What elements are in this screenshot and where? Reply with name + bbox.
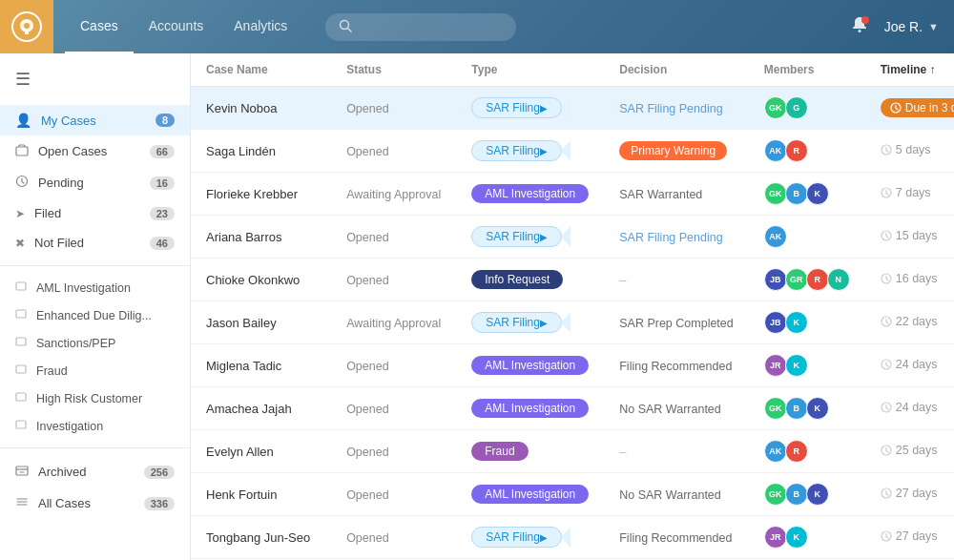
sidebar-category-fraud[interactable]: Fraud [0,357,190,384]
sidebar-category-edd[interactable]: Enhanced Due Dilig... [0,301,190,329]
cell-members: AKR [749,130,865,173]
avatar: K [785,311,808,334]
col-case-name[interactable]: Case Name [191,53,331,87]
cell-type: SAR Filing [456,87,604,130]
sidebar-item-not-filed[interactable]: ✖ Not Filed 46 [0,228,190,258]
cell-decision: SAR Prep Completed [604,301,749,344]
table-row[interactable]: Florieke KrebberAwaiting ApprovalAML Inv… [191,173,954,216]
table-row[interactable]: Kevin NoboaOpened SAR Filing SAR Filing … [191,87,954,130]
all-cases-icon [15,495,29,511]
cell-timeline: 27 days [865,516,954,559]
cell-type: SAR Filing [456,216,604,259]
nav-tab-analytics[interactable]: Analytics [218,0,302,53]
header: Cases Accounts Analytics Joe R. ▼ [0,0,954,53]
sidebar-item-archived[interactable]: Archived 256 [0,456,190,487]
logo[interactable] [0,0,53,53]
sidebar-item-all-cases[interactable]: All Cases 336 [0,487,190,519]
cell-members: GKBK [749,387,865,430]
table-row[interactable]: Miglena TadicOpenedAML InvestigationFili… [191,344,954,387]
avatar: B [785,397,808,420]
sidebar-divider-2 [0,447,190,448]
cell-decision: No SAR Warranted [604,387,749,430]
cell-decision: – [604,430,749,473]
sidebar-item-open-cases[interactable]: Open Cases 66 [0,135,190,167]
cell-timeline: 7 days [865,173,954,216]
cell-type: Info Request [456,259,604,301]
cell-timeline: 16 days [865,259,954,301]
col-members[interactable]: Members [749,53,865,87]
chevron-down-icon: ▼ [928,21,939,32]
avatar: GK [764,182,787,205]
sidebar-category-sanctions[interactable]: Sanctions/PEP [0,329,190,357]
cell-timeline: 15 days [865,216,954,259]
avatar: B [785,483,808,506]
table-row[interactable]: Chioke OkonkwoOpenedInfo Request–JBGRRN … [191,259,954,301]
avatar: K [785,526,808,549]
avatar: AK [764,440,787,463]
avatar: JR [764,354,787,377]
table-row[interactable]: Saga LindénOpened SAR Filing Primary War… [191,130,954,173]
table-row[interactable]: Henk FortuinOpenedAML InvestigationNo SA… [191,473,954,516]
col-type[interactable]: Type [456,53,604,87]
svg-rect-11 [16,421,26,428]
category-icon-edd [15,308,27,322]
avatar: B [785,182,808,205]
cell-timeline: Due in 3 days [865,87,954,130]
col-timeline[interactable]: Timeline ↑ [865,53,954,87]
search-area[interactable] [325,13,516,41]
sidebar-item-pending[interactable]: Pending 16 [0,167,190,198]
col-decision[interactable]: Decision [604,53,749,87]
sidebar-category-aml[interactable]: AML Investigation [0,274,190,301]
sidebar-category-high-risk[interactable]: High Risk Customer [0,384,190,412]
cell-decision: SAR Warranted [604,173,749,216]
sidebar-item-my-cases[interactable]: 👤 My Cases 8 [0,105,190,135]
avatar: K [785,354,808,377]
pending-count: 16 [150,176,175,190]
table-row[interactable]: Jason BaileyAwaiting Approval SAR Filing… [191,301,954,344]
cell-timeline: 24 days [865,344,954,387]
sidebar-divider-1 [0,265,190,266]
search-icon [339,19,352,35]
category-icon-sanctions [15,336,27,350]
logo-icon [11,11,42,42]
sidebar: ☰ 👤 My Cases 8 Open Cases 66 Pending 16 … [0,53,191,560]
bell-icon[interactable] [850,15,869,39]
table-row[interactable]: Amachea JajahOpenedAML InvestigationNo S… [191,387,954,430]
nav-tab-cases[interactable]: Cases [65,0,134,53]
sidebar-category-investigation[interactable]: Investigation [0,412,190,440]
cell-case-name: Florieke Krebber [191,173,331,216]
avatar: JB [764,311,787,334]
category-icon-investigation [15,419,27,433]
cell-case-name: Henk Fortuin [191,473,331,516]
header-right: Joe R. ▼ [850,15,939,39]
cell-type: SAR Filing [456,130,604,173]
col-status[interactable]: Status [331,53,456,87]
category-icon-aml [15,280,27,295]
cell-decision: SAR Filing Pending [604,87,749,130]
cell-case-name: Miglena Tadic [191,344,331,387]
cell-members: JBK [749,301,865,344]
avatar: GK [764,96,787,119]
cell-members: JRK [749,516,865,559]
cell-members: JBGRRN [749,259,865,301]
filed-icon: ➤ [15,207,25,220]
table-row[interactable]: Ariana BarrosOpened SAR Filing SAR Filin… [191,216,954,259]
table-container[interactable]: Case Name Status Type Decision Members T… [191,53,954,560]
menu-icon[interactable]: ☰ [0,53,190,105]
cell-timeline: 22 days [865,301,954,344]
cell-type: SAR Filing [456,516,604,559]
archived-icon [15,464,29,480]
user-icon: 👤 [15,113,31,128]
cases-table: Case Name Status Type Decision Members T… [191,53,954,560]
sidebar-item-filed[interactable]: ➤ Filed 23 [0,198,190,228]
cell-members: JRK [749,344,865,387]
svg-rect-12 [16,467,28,475]
user-area[interactable]: Joe R. ▼ [884,19,939,34]
category-icon-fraud [15,363,27,378]
table-row[interactable]: Evelyn AllenOpenedFraud–AKR 25 days Jan [191,430,954,473]
filed-count: 23 [150,207,175,220]
cell-status: Opened [331,473,456,516]
table-row[interactable]: Tongbang Jun-SeoOpened SAR Filing Filing… [191,516,954,559]
main-layout: ☰ 👤 My Cases 8 Open Cases 66 Pending 16 … [0,53,954,560]
nav-tab-accounts[interactable]: Accounts [134,0,219,53]
